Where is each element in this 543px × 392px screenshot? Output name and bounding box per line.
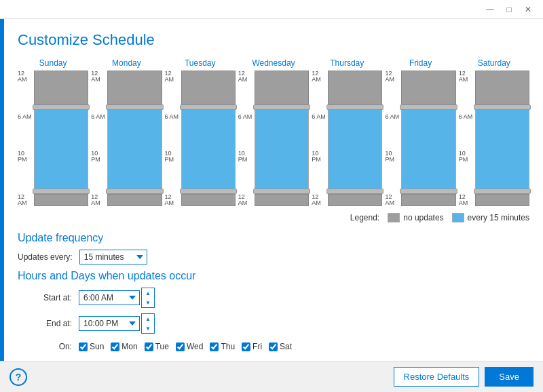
day-label-tue: Tuesday: [185, 58, 216, 68]
frequency-select[interactable]: 5 minutes 10 minutes 15 minutes 30 minut…: [79, 250, 147, 264]
maximize-button[interactable]: □: [500, 0, 519, 19]
end-select[interactable]: 6:00 PM 8:00 PM 9:00 PM 10:00 PM 11:00 P…: [79, 316, 140, 331]
end-up-button[interactable]: ▲: [142, 314, 154, 324]
bar-fri[interactable]: [401, 71, 455, 206]
checkbox-wed[interactable]: [176, 342, 185, 351]
page-title: Customize Schedule: [18, 31, 529, 49]
save-button[interactable]: Save: [485, 367, 533, 387]
day-label-fri: Friday: [409, 58, 432, 68]
checkbox-thu-label: Thu: [221, 342, 235, 351]
restore-defaults-button[interactable]: Restore Defaults: [394, 367, 480, 387]
handle-top-wed[interactable]: [253, 104, 310, 110]
bar-wed[interactable]: [255, 71, 309, 206]
handle-top-mon[interactable]: [106, 104, 163, 110]
handle-bottom-fri[interactable]: [400, 189, 457, 194]
time-labels-fri: 12 AM 6 AM 10 PM 12 AM: [385, 71, 401, 206]
day-column-thu: Thursday 12 AM 6 AM 10 PM 12 AM: [312, 58, 382, 206]
day-check-fri[interactable]: Fri: [242, 342, 262, 351]
time-labels-sat: 12 AM 6 AM 10 PM 12 AM: [459, 71, 475, 206]
bar-tue[interactable]: [181, 71, 236, 206]
checkbox-wed-label: Wed: [187, 342, 203, 351]
day-column-fri: Friday 12 AM 6 AM 10 PM 12 AM: [385, 58, 455, 206]
start-down-button[interactable]: ▼: [142, 298, 154, 307]
on-label: On:: [18, 342, 72, 351]
start-up-button[interactable]: ▲: [142, 288, 154, 298]
checkbox-tue[interactable]: [145, 342, 153, 351]
start-label: Start at:: [18, 293, 72, 302]
checkbox-sun[interactable]: [79, 342, 88, 351]
handle-top-fri[interactable]: [400, 104, 457, 110]
end-down-button[interactable]: ▼: [142, 324, 154, 333]
day-column-wed: Wednesday 12 AM 6 AM 10 PM 12 AM: [238, 58, 309, 206]
checkbox-sat[interactable]: [269, 342, 278, 351]
bottom-bar: ? Restore Defaults Save: [0, 361, 543, 392]
checkbox-mon[interactable]: [111, 342, 119, 351]
days-checkboxes-row: On: Sun Mon Tue Wed Thu: [18, 342, 529, 351]
day-column-mon: Monday 12 AM 6 AM 10 PM 12 AM: [91, 58, 162, 206]
checkbox-sat-label: Sat: [280, 342, 292, 351]
day-column-tue: Tuesday 12 AM 6 AM 10 PM 12 AM: [165, 58, 236, 206]
bar-sat[interactable]: [475, 71, 529, 206]
start-select[interactable]: 12:00 AM 1:00 AM 2:00 AM 3:00 AM 4:00 AM…: [79, 290, 140, 305]
day-check-tue[interactable]: Tue: [145, 342, 169, 351]
end-spinner-buttons[interactable]: ▲ ▼: [141, 313, 155, 334]
action-buttons: Restore Defaults Save: [394, 367, 533, 387]
legend-every-15-text: every 15 minutes: [468, 213, 529, 222]
day-label-sun: Sunday: [39, 58, 67, 68]
handle-bottom-sun[interactable]: [33, 189, 90, 194]
hours-days-title: Hours and Days when updates occur: [18, 270, 529, 282]
handle-bottom-sat[interactable]: [474, 189, 531, 194]
day-column-sat: Saturday 12 AM 6 AM 10 PM 12 AM: [459, 58, 529, 206]
day-label-wed: Wednesday: [252, 58, 295, 68]
legend: Legend: no updates every 15 minutes: [18, 213, 529, 222]
update-frequency-row: Updates every: 5 minutes 10 minutes 15 m…: [18, 250, 529, 264]
handle-top-thu[interactable]: [326, 104, 383, 110]
handle-bottom-thu[interactable]: [326, 189, 383, 194]
title-bar: — □ ✕: [0, 0, 543, 19]
end-at-row: End at: 6:00 PM 8:00 PM 9:00 PM 10:00 PM…: [18, 313, 529, 334]
start-spinner: 12:00 AM 1:00 AM 2:00 AM 3:00 AM 4:00 AM…: [79, 288, 155, 308]
checkbox-fri-label: Fri: [252, 342, 262, 351]
legend-label: Legend:: [350, 213, 379, 222]
start-spinner-buttons[interactable]: ▲ ▼: [141, 288, 155, 308]
start-at-row: Start at: 12:00 AM 1:00 AM 2:00 AM 3:00 …: [18, 288, 529, 308]
bar-thu[interactable]: [328, 71, 382, 206]
handle-bottom-wed[interactable]: [253, 189, 310, 194]
time-labels-sun: 12 AM 6 AM 10 PM 12 AM: [18, 71, 34, 206]
checkbox-sun-label: Sun: [90, 342, 104, 351]
handle-top-sat[interactable]: [474, 104, 531, 110]
handle-bottom-tue[interactable]: [180, 189, 237, 194]
close-button[interactable]: ✕: [519, 0, 538, 19]
day-check-thu[interactable]: Thu: [210, 342, 235, 351]
minimize-button[interactable]: —: [481, 0, 500, 19]
legend-blue-box: [452, 213, 464, 222]
legend-no-updates: no updates: [388, 213, 443, 222]
day-label-mon: Monday: [112, 58, 141, 68]
end-label: End at:: [18, 319, 72, 328]
help-button[interactable]: ?: [10, 368, 27, 386]
end-spinner: 6:00 PM 8:00 PM 9:00 PM 10:00 PM 11:00 P…: [79, 313, 155, 334]
time-labels-tue: 12 AM 6 AM 10 PM 12 AM: [165, 71, 181, 206]
handle-top-sun[interactable]: [33, 104, 90, 110]
handle-bottom-mon[interactable]: [106, 189, 163, 194]
day-label-sat: Saturday: [478, 58, 510, 68]
time-labels-mon: 12 AM 6 AM 10 PM 12 AM: [91, 71, 107, 206]
legend-every-15: every 15 minutes: [452, 213, 529, 222]
time-labels-wed: 12 AM 6 AM 10 PM 12 AM: [238, 71, 255, 206]
checkbox-fri[interactable]: [242, 342, 250, 351]
bar-sun[interactable]: [34, 71, 88, 206]
day-check-sat[interactable]: Sat: [269, 342, 292, 351]
time-labels-thu: 12 AM 6 AM 10 PM 12 AM: [312, 71, 328, 206]
day-check-mon[interactable]: Mon: [111, 342, 137, 351]
day-label-thu: Thursday: [330, 58, 364, 68]
bar-mon[interactable]: [107, 71, 162, 206]
checkbox-thu[interactable]: [210, 342, 219, 351]
schedule-area: Sunday 12 AM 6 AM 10 PM 12 AM: [18, 58, 529, 206]
handle-top-tue[interactable]: [180, 104, 237, 110]
checkbox-mon-label: Mon: [121, 342, 137, 351]
legend-no-updates-text: no updates: [403, 213, 443, 222]
day-check-sun[interactable]: Sun: [79, 342, 104, 351]
legend-grey-box: [388, 213, 400, 222]
day-check-wed[interactable]: Wed: [176, 342, 203, 351]
day-column-sun: Sunday 12 AM 6 AM 10 PM 12 AM: [18, 58, 88, 206]
